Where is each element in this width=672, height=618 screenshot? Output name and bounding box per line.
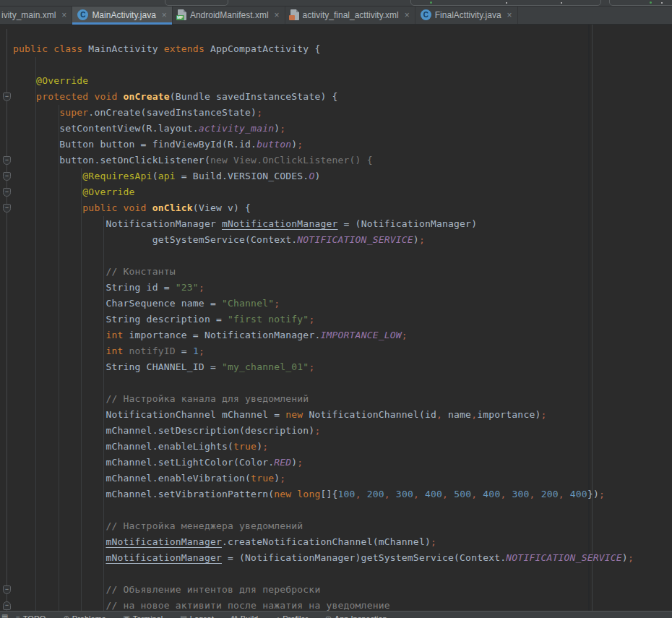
token-kw: super [59,107,88,118]
token-gray: new View.OnClickListener() { [210,155,373,166]
toolbar-button-fragment[interactable] [165,0,228,6]
token-pl: (Bundle savedInstanceState) { [170,91,338,102]
fold-marker[interactable]: − [3,204,11,213]
tool-window-button-app-inspection[interactable]: ◎App Inspection [325,614,387,618]
code-line-3[interactable]: protected void onCreate(Bundle savedInst… [0,89,672,105]
code-line-9[interactable]: @Override [0,184,672,200]
token-const: NOTIFICATION_SERVICE [506,552,622,563]
token-sem: ; [274,298,280,309]
code-line-22[interactable]: // Настройка канала для уведомлений [0,391,672,407]
token-ann: @Override [36,75,88,86]
code-line-30[interactable]: // Настройка менеджера уведомлений [0,518,672,534]
code-line-25[interactable]: mChannel.enableLights(true); [0,439,672,455]
code-line-12[interactable]: getSystemService(Context.NOTIFICATION_SE… [0,232,672,248]
tab-mainactivity-java[interactable]: CMainActivity.java× [72,6,173,24]
tool-window-button-terminal[interactable]: ▣Terminal [123,614,163,618]
code-line-15[interactable]: String id = "23"; [0,280,672,296]
tool-window-button-logcat[interactable]: ▤Logcat [180,614,213,618]
tool-window-button-build[interactable]: ⚒Build [231,614,258,618]
tool-window-button-problems[interactable]: ⊕Problems [63,614,105,618]
code-line-33[interactable] [0,566,672,582]
tool-window-button-profiler[interactable]: ◔Profiler [275,614,308,618]
code-line-4[interactable]: super.onCreate(savedInstanceState); [0,105,672,121]
tab-label: ivity_main.xml [1,10,56,20]
fold-marker[interactable]: − [3,585,11,594]
code-line-18[interactable]: int importance = NotificationManager.IMP… [0,327,672,343]
code-line-21[interactable] [0,375,672,391]
toolbar-dot-icon [506,2,507,4]
code-line-31[interactable]: mNotificationManager.createNotificationC… [0,534,672,550]
code-line-27[interactable]: mChannel.enableVibration(true); [0,471,672,486]
token-pl [124,346,129,356]
tool-window-toggle-icon[interactable]: ▦ [1,613,8,618]
fold-marker[interactable]: − [3,188,11,197]
close-icon[interactable]: × [405,11,410,20]
token-pl [118,202,124,213]
close-icon[interactable]: × [162,11,167,20]
tool-window-label: Logcat [190,614,214,618]
tab-activity-final-acttivity-xml[interactable]: activity_final_acttivity.xml× [285,6,415,24]
code-area[interactable]: public class MainActivity extends AppCom… [0,41,672,611]
tab-androidmanifest-xml[interactable]: MFAndroidManifest.xml× [173,6,285,24]
token-pl: []{ [320,489,337,499]
token-pl [48,43,53,54]
code-line-1[interactable] [0,57,672,73]
code-line-2[interactable]: @Override [0,73,672,89]
token-const: activity_main [199,123,274,134]
close-icon[interactable]: × [507,11,512,20]
tab-ivity-main-xml[interactable]: ivity_main.xml× [0,6,72,24]
fold-marker[interactable]: − [3,601,11,610]
token-pl: }) [587,489,599,499]
token-pl [147,202,152,213]
close-icon[interactable]: × [61,11,66,20]
code-line-10[interactable]: public void onClick(View v) { [0,200,672,216]
file-badge [289,15,295,20]
code-line-24[interactable]: mChannel.setDescription(description); [0,423,672,439]
token-const: IMPORTANCE_LOW [320,330,401,340]
code-line-0[interactable]: public class MainActivity extends AppCom… [0,41,672,57]
token-sem: ; [309,361,314,372]
token-pl: String description = [105,314,228,325]
code-line-29[interactable] [0,502,672,518]
app-inspection-icon: ◎ [325,615,332,618]
token-pl: name [442,409,471,420]
tab-label: activity_final_acttivity.xml [303,10,399,20]
code-line-20[interactable]: String CHANNEL_ID = "my_channel_01"; [0,359,672,375]
code-line-34[interactable]: // Обьявление интентов для переброски [0,582,672,598]
toolbar-dot-icon [661,2,663,4]
token-def: onCreate [124,91,170,102]
tab-finalacttivity-java[interactable]: CFinalActtivity.java× [415,6,518,24]
code-line-28[interactable]: mChannel.setVibrationPattern(new long[]{… [0,486,672,502]
token-pl: getSystemService(Context. [152,234,298,245]
code-editor[interactable]: −−−−−−− public class MainActivity extend… [0,25,672,611]
token-pl: (View v) { [193,202,251,213]
token-cmt: // Настройка канала для уведомлений [105,393,309,404]
code-line-5[interactable]: setContentView(R.layout.activity_main); [0,121,672,137]
code-line-11[interactable]: NotificationManager mNotificationManager… [0,216,672,232]
fold-marker[interactable]: − [3,156,11,165]
code-line-19[interactable]: int notifyID = 1; [0,343,672,359]
token-pl: NotificationManager [105,218,222,229]
fold-marker[interactable]: − [3,93,11,101]
token-sem: , [530,489,535,499]
fold-marker[interactable]: − [3,172,11,181]
token-const: button [257,139,291,150]
token-pl [419,489,425,499]
code-line-14[interactable]: // Константы [0,264,672,280]
code-line-32[interactable]: mNotificationManager = (NotificationMana… [0,550,672,566]
code-line-8[interactable]: @RequiresApi(api = Build.VERSION_CODES.O… [0,168,672,184]
token-kw: new [274,489,291,499]
token-sem: ; [257,107,262,118]
code-line-17[interactable]: String description = "first notify"; [0,312,672,327]
token-pl: .createNotificationChannel(mChannel) [222,536,431,547]
code-line-23[interactable]: NotificationChannel mChannel = new Notif… [0,407,672,423]
tool-window-button-todo[interactable]: ≡TODO [16,614,46,618]
code-line-13[interactable] [0,248,672,264]
code-line-26[interactable]: mChannel.setLightColor(Color.RED); [0,455,672,471]
token-kw: void [124,202,147,213]
code-line-6[interactable]: Button button = findViewById(R.id.button… [0,137,672,153]
close-icon[interactable]: × [275,11,280,20]
code-line-35[interactable]: // на новое активити после нажатия на ув… [0,598,672,611]
code-line-7[interactable]: button.setOnClickListener(new View.OnCli… [0,153,672,168]
code-line-16[interactable]: CharSequence name = "Channel"; [0,296,672,312]
